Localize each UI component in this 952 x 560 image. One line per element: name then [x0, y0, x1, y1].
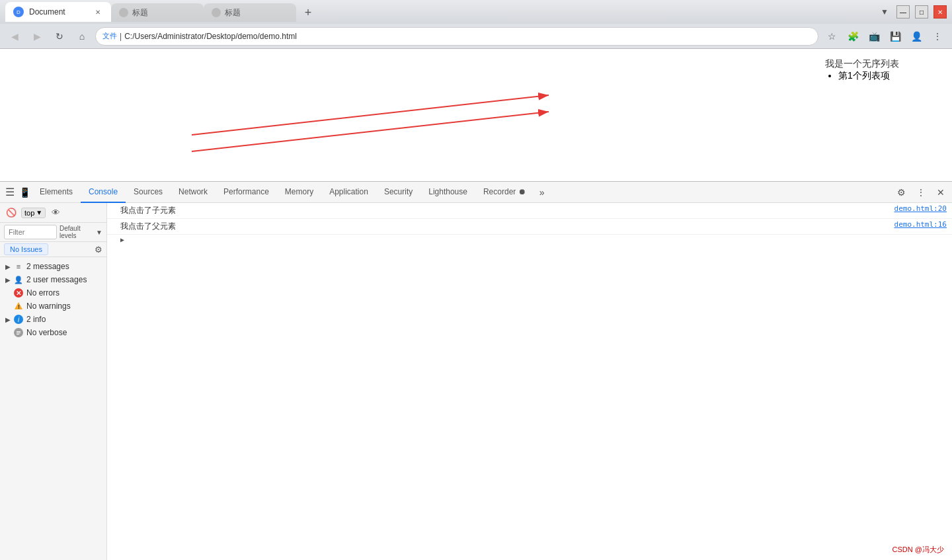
console-message-2: 我点击了父元素 demo.html:16 — [107, 219, 952, 235]
default-levels-label: Default levels — [60, 225, 93, 239]
sidebar-items: ▶ ≡ 2 messages ▶ 👤 2 user messages ▶ ✕ — [0, 257, 106, 342]
svg-rect-9 — [17, 333, 20, 333]
console-filter-toolbar: Default levels ▼ — [0, 223, 106, 242]
tab-sources[interactable]: Sources — [126, 182, 171, 203]
console-expand-row: ▶ — [107, 235, 952, 245]
annotation-list: 我是一个无序列表 第1个列表项 — [825, 58, 899, 82]
dt-mobile-icon[interactable]: 📱 — [17, 185, 32, 200]
info-icon: i — [14, 315, 23, 324]
svg-text:!: ! — [18, 303, 20, 310]
close-button[interactable]: ✕ — [933, 5, 947, 19]
expand-triangle[interactable]: ▶ — [120, 236, 124, 243]
info-label: 2 info — [26, 315, 46, 324]
window-controls: ▼ — □ ✕ — [878, 5, 947, 19]
devtools-more-options-button[interactable]: ⋮ — [912, 184, 930, 201]
msg1-expand[interactable] — [112, 204, 120, 206]
console-area: 我点击了子元素 demo.html:20 我点击了父元素 demo.html:1… — [107, 203, 952, 560]
maximize-button[interactable]: □ — [915, 5, 928, 19]
svg-text:D: D — [17, 9, 20, 15]
devtools-tabs: ☰ 📱 Elements Console Sources Network Per… — [0, 182, 952, 203]
msg2-source[interactable]: demo.html:16 — [894, 220, 947, 229]
inactive-tab-2[interactable]: 标题 — [204, 3, 296, 22]
svg-rect-10 — [17, 334, 19, 335]
url-protocol: 文件 — [102, 31, 117, 41]
cast-icon[interactable]: 📺 — [865, 27, 883, 46]
tab-recorder[interactable]: Recorder ⏺ — [475, 182, 534, 203]
user-messages-label: 2 user messages — [26, 275, 87, 284]
sidebar-item-errors[interactable]: ▶ ✕ No errors — [0, 286, 106, 300]
tab-performance[interactable]: Performance — [216, 182, 277, 203]
sidebar-item-messages[interactable]: ▶ ≡ 2 messages — [0, 260, 106, 273]
inactive-tab-1[interactable]: 标题 — [111, 3, 204, 22]
devtools-settings-button[interactable]: ⚙ — [892, 184, 910, 201]
no-issues-area: No Issues ⚙ — [0, 242, 106, 257]
url-separator: | — [120, 32, 122, 41]
user-messages-arrow: ▶ — [5, 276, 11, 284]
more-tabs-button[interactable]: » — [534, 182, 550, 203]
inactive-tab-favicon-2 — [212, 8, 221, 17]
home-button[interactable]: ⌂ — [73, 27, 91, 46]
inactive-tab-title-2: 标题 — [225, 7, 241, 19]
errors-label: No errors — [26, 288, 60, 298]
tab-dropdown-button[interactable]: ▼ — [878, 7, 891, 17]
messages-arrow: ▶ — [5, 263, 11, 270]
tab-elements[interactable]: Elements — [32, 182, 81, 203]
tab-favicon: D — [13, 7, 24, 17]
inactive-tab-title-1: 标题 — [132, 7, 148, 19]
tab-application[interactable]: Application — [321, 182, 376, 203]
sidebar-clear-button[interactable]: 🚫 — [4, 206, 19, 220]
devtools-body: 🚫 top ▼ 👁 Default levels ▼ No Issues — [0, 203, 952, 560]
top-dropdown[interactable]: top ▼ — [21, 208, 46, 218]
minimize-button[interactable]: — — [896, 5, 910, 19]
extension-icon[interactable]: 🧩 — [844, 27, 862, 46]
bookmark-icon[interactable]: ☆ — [822, 27, 841, 46]
page-content: 我是一个无序列表 第1个列表项 — [0, 49, 952, 181]
console-settings-icon[interactable]: ⚙ — [95, 245, 102, 255]
dt-toggle-sidebar-button[interactable]: ☰ — [3, 185, 17, 200]
verbose-label: No verbose — [26, 328, 67, 337]
profile-icon[interactable]: 👤 — [907, 27, 926, 46]
warnings-label: No warnings — [26, 301, 71, 311]
tab-console[interactable]: Console — [81, 182, 126, 203]
tab-security[interactable]: Security — [376, 182, 420, 203]
msg1-source[interactable]: demo.html:20 — [894, 204, 947, 213]
devtools-sidebar: 🚫 top ▼ 👁 Default levels ▼ No Issues — [0, 203, 107, 560]
console-messages: 我点击了子元素 demo.html:20 我点击了父元素 demo.html:1… — [107, 203, 952, 560]
messages-label: 2 messages — [26, 262, 69, 271]
top-label: top — [24, 209, 34, 217]
sidebar-item-info[interactable]: ▶ i 2 info — [0, 313, 106, 326]
annotation-list-header: 我是一个无序列表 — [825, 58, 899, 70]
verbose-icon — [14, 328, 23, 337]
devtools-close-button[interactable]: ✕ — [932, 184, 949, 201]
tab-title: Document — [29, 7, 87, 17]
save-icon[interactable]: 💾 — [886, 27, 904, 46]
new-tab-button[interactable]: + — [299, 3, 317, 22]
csdn-watermark: CSDN @冯大少 — [892, 545, 944, 555]
url-bar[interactable]: 文件 | C:/Users/Administrator/Desktop/demo… — [95, 27, 818, 46]
sidebar-item-verbose[interactable]: ▶ No verbose — [0, 326, 106, 339]
toolbar-icons: ☆ 🧩 📺 💾 👤 ⋮ — [822, 27, 947, 46]
tab-memory[interactable]: Memory — [277, 182, 321, 203]
eye-button[interactable]: 👁 — [48, 206, 63, 220]
sidebar-item-warnings[interactable]: ▶ ! No warnings — [0, 300, 106, 313]
tab-close-button[interactable]: ✕ — [93, 7, 103, 17]
default-levels-arrow: ▼ — [96, 229, 102, 236]
warnings-icon: ! — [14, 301, 23, 311]
forward-button[interactable]: ▶ — [28, 27, 46, 46]
reload-button[interactable]: ↻ — [50, 27, 69, 46]
sidebar-item-user-messages[interactable]: ▶ 👤 2 user messages — [0, 273, 106, 286]
url-text: C:/Users/Administrator/Desktop/demo/demo… — [124, 32, 297, 41]
msg1-text: 我点击了子元素 — [120, 204, 894, 217]
back-button[interactable]: ◀ — [5, 27, 24, 46]
top-dropdown-arrow: ▼ — [36, 209, 42, 216]
active-tab[interactable]: D Document ✕ — [5, 2, 111, 22]
no-issues-button[interactable]: No Issues — [4, 243, 48, 255]
filter-input[interactable] — [4, 225, 57, 239]
msg2-expand[interactable] — [112, 220, 120, 221]
devtools-container: ☰ 📱 Elements Console Sources Network Per… — [0, 181, 952, 560]
menu-icon[interactable]: ⋮ — [928, 27, 947, 46]
inactive-tab-favicon-1 — [119, 8, 128, 17]
tab-network[interactable]: Network — [171, 182, 216, 203]
info-arrow: ▶ — [5, 316, 11, 323]
tab-lighthouse[interactable]: Lighthouse — [420, 182, 475, 203]
